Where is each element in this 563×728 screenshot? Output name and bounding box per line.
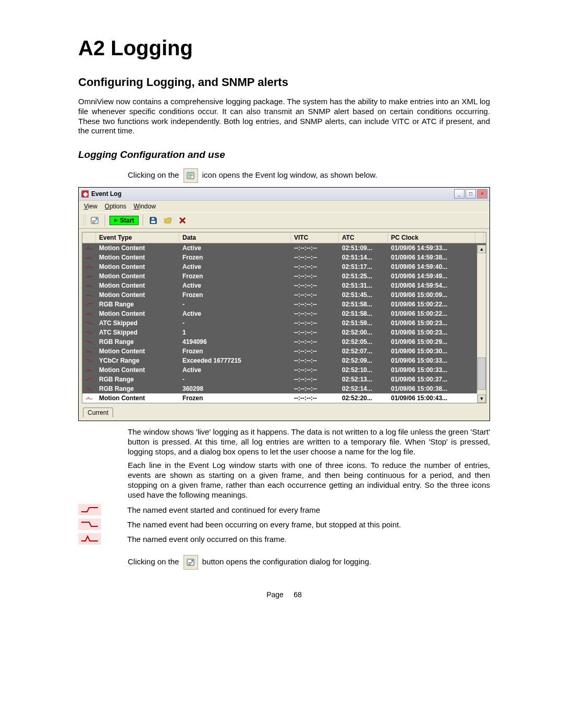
body-paragraph: The window shows 'live' logging as it ha… [128,427,490,456]
table-row[interactable]: Motion ContentActive--:--:--:--02:51:58.… [82,309,486,318]
cell-event-type: RGB Range [96,337,179,347]
table-row[interactable]: YCbCr RangeExceeded 16777215--:--:--:--0… [82,356,486,365]
legend-text: The named event started and continued fo… [127,505,320,514]
table-row[interactable]: Motion ContentFrozen--:--:--:--02:51:45.… [82,290,486,300]
cell-event-type: Motion Content [96,365,179,375]
col-vitc[interactable]: VITC [291,232,339,243]
close-button[interactable]: × [477,189,487,199]
cell-atc: 02:51:09... [339,243,388,253]
cell-pc: 01/09/06 14:59:49... [388,271,475,281]
row-icon [82,243,96,253]
cell-atc: 02:52:09... [339,355,388,366]
save-button[interactable] [148,215,159,226]
cell-vitc: --:--:--:-- [291,271,339,281]
cell-vitc: --:--:--:-- [291,299,339,310]
body-paragraph: Each line in the Event Log window starts… [128,461,490,500]
cell-data: Active [179,309,291,319]
toolbar-grip[interactable] [83,215,86,226]
cell-pc: 01/09/06 15:00:09... [388,290,475,300]
cell-vitc: --:--:--:-- [291,346,339,356]
cell-data: - [179,299,291,310]
cell-event-type: RGB Range [96,374,179,385]
toolbar: Start [79,212,489,229]
open-button[interactable] [162,215,174,226]
scrollbar[interactable]: ▲ ▼ [477,245,486,403]
cell-pc: 01/09/06 15:00:33... [388,365,475,375]
config-line: Clicking on the button opens the configu… [128,555,490,570]
cell-vitc: --:--:--:-- [291,365,339,375]
config-button[interactable] [89,215,101,226]
eventlog-window: Event Log _ □ × View Options Window Star… [78,187,490,421]
cell-atc: 02:51:58... [339,299,388,310]
cell-vitc: --:--:--:-- [291,374,339,385]
cell-data: - [179,374,291,385]
table-row[interactable]: Motion ContentFrozen--:--:--:--02:52:20.… [82,393,486,403]
page-footer: Page 68 [78,590,490,599]
row-icon [82,300,96,309]
cell-data: Frozen [179,252,291,263]
table-row[interactable]: Motion ContentFrozen--:--:--:--02:51:14.… [82,253,486,262]
cell-atc: 02:51:58... [339,309,388,319]
cell-atc: 02:51:45... [339,290,388,300]
menu-options[interactable]: Options [105,203,126,210]
text: button opens the configuration dialog fo… [202,557,371,566]
row-icon [82,347,96,356]
scroll-up-button[interactable]: ▲ [478,245,486,253]
cell-atc: 02:51:59... [339,318,388,328]
scroll-thumb[interactable] [478,357,486,390]
minimize-button[interactable]: _ [454,189,464,199]
table-row[interactable]: Motion ContentFrozen--:--:--:--02:51:25.… [82,272,486,281]
col-pc-clock[interactable]: PC Clock [388,232,475,243]
legend-text: The named event had been occurring on ev… [127,520,401,529]
text: Clicking on the [128,170,179,179]
table-row[interactable]: Motion ContentActive--:--:--:--02:51:09.… [82,243,486,253]
cell-data: Active [179,365,291,375]
cell-event-type: ATC Skipped [96,327,179,338]
section-heading: Configuring Logging, and SNMP alerts [78,76,490,89]
cell-vitc: --:--:--:-- [291,337,339,347]
row-icon [82,290,96,300]
table-row[interactable]: Motion ContentActive--:--:--:--02:51:17.… [82,262,486,272]
grid-body[interactable]: Motion ContentActive--:--:--:--02:51:09.… [82,243,486,403]
table-row[interactable]: ATC Skipped---:--:--:--02:51:59...01/09/… [82,318,486,328]
col-data[interactable]: Data [179,232,291,243]
grid: Event Type Data VITC ATC PC Clock Motion… [82,232,486,403]
cell-event-type: RGB Range [96,299,179,310]
cell-pc: 01/09/06 15:00:22... [388,309,475,319]
column-headers[interactable]: Event Type Data VITC ATC PC Clock [82,232,486,243]
cell-pc: 01/09/06 14:59:40... [388,262,475,272]
intro-paragraph: OmniView now contains a comprehensive lo… [78,97,490,136]
table-row[interactable]: RGB Range---:--:--:--02:52:13...01/09/06… [82,375,486,384]
menu-view[interactable]: View [84,203,97,210]
text: icon opens the Event log window, as show… [202,170,377,179]
cell-vitc: --:--:--:-- [291,290,339,300]
table-row[interactable]: Motion ContentActive--:--:--:--02:51:31.… [82,281,486,290]
cell-data: - [179,318,291,328]
menubar: View Options Window [79,201,489,212]
cell-atc: 02:52:05... [339,337,388,347]
tab-current[interactable]: Current [83,408,113,417]
cell-event-type: Motion Content [96,262,179,272]
scroll-track[interactable] [478,253,486,394]
table-row[interactable]: ATC Skipped1--:--:--:--02:52:00...01/09/… [82,328,486,337]
cell-event-type: RGB Range [96,384,179,394]
row-icon [82,375,96,384]
cell-vitc: --:--:--:-- [291,327,339,338]
subsection-heading: Logging Configuration and use [78,149,490,161]
table-row[interactable]: RGB Range360298--:--:--:--02:52:14...01/… [82,384,486,393]
table-row[interactable]: RGB Range---:--:--:--02:51:58...01/09/06… [82,300,486,309]
table-row[interactable]: Motion ContentFrozen--:--:--:--02:52:07.… [82,347,486,356]
scroll-down-button[interactable]: ▼ [478,394,486,403]
cell-data: Frozen [179,393,291,403]
table-row[interactable]: RGB Range4194096--:--:--:--02:52:05...01… [82,337,486,347]
cell-pc: 01/09/06 15:00:43... [388,393,475,403]
maximize-button[interactable]: □ [466,189,476,199]
titlebar[interactable]: Event Log _ □ × [79,188,489,201]
start-button[interactable]: Start [109,216,139,225]
cell-event-type: Motion Content [96,243,179,253]
delete-button[interactable] [177,215,188,226]
col-event-type[interactable]: Event Type [96,232,179,243]
menu-window[interactable]: Window [133,203,156,210]
table-row[interactable]: Motion ContentActive--:--:--:--02:52:10.… [82,365,486,375]
col-atc[interactable]: ATC [339,232,388,243]
